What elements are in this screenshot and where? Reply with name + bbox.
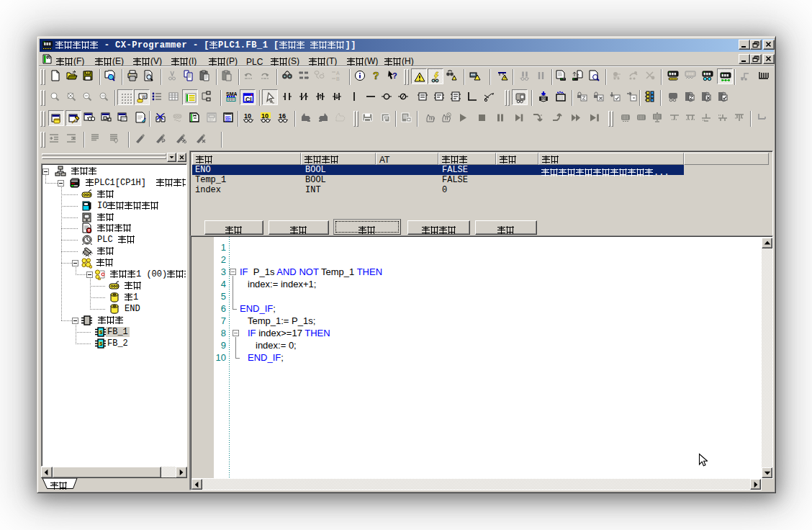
svg-text:16: 16 bbox=[279, 112, 286, 120]
svg-text:10: 10 bbox=[244, 112, 251, 120]
svg-text:W: W bbox=[142, 94, 146, 99]
svg-text:S: S bbox=[99, 330, 103, 335]
svg-text:S: S bbox=[99, 341, 103, 346]
svg-text:B: B bbox=[336, 76, 340, 81]
svg-text:10: 10 bbox=[261, 112, 269, 120]
svg-text:?: ? bbox=[392, 71, 397, 80]
svg-text:?: ? bbox=[373, 70, 379, 81]
svg-text:SMA: SMA bbox=[226, 91, 237, 96]
svg-text:002: 002 bbox=[225, 119, 231, 122]
svg-text:A: A bbox=[336, 71, 340, 76]
